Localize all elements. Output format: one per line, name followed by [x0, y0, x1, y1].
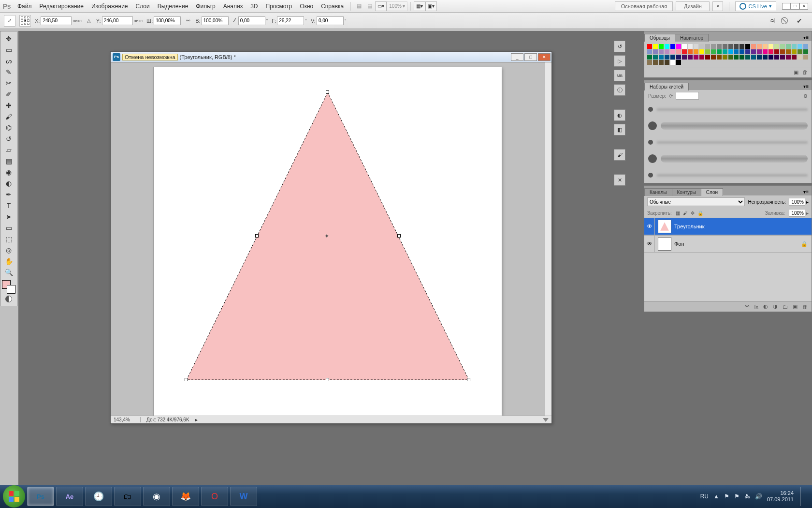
swatch-cell[interactable]: [705, 55, 710, 60]
hand-tool[interactable]: ✋: [2, 256, 15, 267]
tab-paths[interactable]: Контуры: [672, 188, 701, 196]
arrange-docs-dropdown[interactable]: ▦▾: [414, 1, 425, 11]
swatch-cell[interactable]: [803, 44, 808, 49]
swatch-cell[interactable]: [734, 49, 739, 54]
gradient-tool[interactable]: ▤: [2, 156, 15, 166]
swatch-cell[interactable]: [699, 44, 704, 49]
pen-tool[interactable]: ✒: [2, 189, 15, 200]
menu-layers[interactable]: Слои: [132, 0, 154, 13]
taskbar-firefox[interactable]: 🦊: [172, 487, 199, 506]
statusbar-menu-icon[interactable]: ▸: [195, 417, 198, 422]
swatch-cell[interactable]: [717, 55, 722, 60]
resize-grip-icon[interactable]: [543, 418, 549, 422]
swatch-cell[interactable]: [653, 49, 658, 54]
menu-3d[interactable]: 3D: [246, 0, 261, 13]
swatch-cell[interactable]: [786, 49, 791, 54]
swatch-cell[interactable]: [768, 55, 773, 60]
triangle-shape[interactable]: ✦: [187, 92, 469, 380]
refresh-icon[interactable]: ⟳: [669, 93, 673, 99]
transform-handle-se[interactable]: [467, 378, 470, 381]
stamp-tool[interactable]: ⌬: [2, 122, 15, 133]
lock-pixels-icon[interactable]: ▦: [676, 210, 680, 216]
workspace-essentials-button[interactable]: Основная рабочая среда: [615, 1, 673, 11]
swatch-cell[interactable]: [786, 44, 791, 49]
new-layer-icon[interactable]: ▣: [793, 303, 798, 310]
link-layers-icon[interactable]: ⚯: [745, 303, 749, 310]
move-tool[interactable]: ✥: [2, 33, 15, 44]
path-select-tool[interactable]: ➤: [2, 211, 15, 222]
swatch-cell[interactable]: [653, 60, 658, 65]
swatch-cell[interactable]: [670, 44, 675, 49]
opacity-stepper-icon[interactable]: ▸: [806, 199, 809, 205]
swatch-cell[interactable]: [763, 55, 768, 60]
swatch-cell[interactable]: [751, 49, 756, 54]
layer-visibility-icon[interactable]: 👁: [644, 218, 655, 235]
zoom-tool[interactable]: 🔍: [2, 267, 15, 278]
brush-tool[interactable]: 🖌: [2, 111, 15, 122]
swatch-cell[interactable]: [734, 44, 739, 49]
swatch-cell[interactable]: [740, 49, 744, 54]
swatch-cell[interactable]: [717, 44, 722, 49]
lock-all-icon[interactable]: 🔒: [697, 210, 703, 216]
layer-name[interactable]: Фон: [674, 241, 684, 247]
delete-swatch-button[interactable]: 🗑: [802, 69, 808, 76]
tool-presets-icon[interactable]: ✕: [614, 174, 625, 186]
taskbar-explorer[interactable]: 🗂: [114, 487, 141, 506]
taskbar-photoshop[interactable]: Ps: [27, 487, 54, 506]
swatch-cell[interactable]: [728, 55, 733, 60]
swatch-cell[interactable]: [670, 55, 675, 60]
swatch-cell[interactable]: [699, 55, 704, 60]
swatch-cell[interactable]: [723, 55, 727, 60]
swatch-cell[interactable]: [780, 44, 785, 49]
brush-list[interactable]: [644, 102, 812, 183]
taskbar-word[interactable]: W: [230, 487, 257, 506]
doc-vertical-scrollbar[interactable]: [545, 62, 551, 416]
taskbar-clock-gadget[interactable]: 🕘: [85, 487, 112, 506]
healing-tool[interactable]: ✚: [2, 100, 15, 111]
swatch-cell[interactable]: [803, 55, 808, 60]
swatch-cell[interactable]: [740, 55, 744, 60]
swatch-cell[interactable]: [734, 55, 739, 60]
swatch-cell[interactable]: [745, 44, 750, 49]
canvas-viewport[interactable]: ✦: [111, 62, 545, 416]
swatch-cell[interactable]: [688, 44, 693, 49]
swatch-cell[interactable]: [705, 49, 710, 54]
tab-swatches[interactable]: Образцы: [644, 34, 675, 42]
swatch-cell[interactable]: [728, 44, 733, 49]
cancel-transform-button[interactable]: ⃠: [781, 16, 791, 26]
transform-handle-sw[interactable]: [185, 378, 188, 381]
swatch-cell[interactable]: [728, 49, 733, 54]
blend-mode-select[interactable]: Обычные: [647, 197, 745, 206]
swatch-cell[interactable]: [792, 49, 797, 54]
zoom-readout[interactable]: 143,4%: [114, 417, 141, 422]
commit-transform-button[interactable]: ✔: [795, 16, 804, 26]
shape-tool[interactable]: ▭: [2, 223, 15, 233]
menu-edit[interactable]: Редактирование: [36, 0, 87, 13]
swatch-cell[interactable]: [682, 44, 687, 49]
cs-live-button[interactable]: CS Live▾: [735, 1, 776, 11]
y-input[interactable]: [102, 16, 133, 25]
swatch-cell[interactable]: [647, 60, 652, 65]
background-color-swatch[interactable]: [7, 285, 15, 294]
menu-analysis[interactable]: Анализ: [219, 0, 247, 13]
menu-select[interactable]: Выделение: [154, 0, 192, 13]
crop-tool[interactable]: ✂: [2, 78, 15, 89]
brush-options-icon[interactable]: ⚙: [803, 93, 808, 99]
actions-panel-icon[interactable]: ▷: [614, 55, 625, 67]
swatch-cell[interactable]: [659, 60, 664, 65]
doc-minimize-button[interactable]: _: [511, 53, 523, 61]
menu-file[interactable]: Файл: [14, 0, 36, 13]
transform-center-icon[interactable]: ✦: [324, 233, 329, 239]
swatches-panel-menu-icon[interactable]: ▾≡: [800, 34, 812, 41]
tray-flag-icon[interactable]: ⚑: [724, 493, 729, 500]
swatch-cell[interactable]: [694, 44, 698, 49]
layer-name[interactable]: Треугольник: [674, 224, 705, 229]
delta-icon[interactable]: △: [86, 16, 92, 25]
swatch-cell[interactable]: [763, 44, 768, 49]
swatch-cell[interactable]: [688, 49, 693, 54]
swatch-cell[interactable]: [682, 55, 687, 60]
swatch-cell[interactable]: [670, 49, 675, 54]
transform-handle-e[interactable]: [397, 234, 401, 238]
swatch-cell[interactable]: [774, 44, 779, 49]
lock-paint-icon[interactable]: 🖌: [683, 210, 688, 216]
